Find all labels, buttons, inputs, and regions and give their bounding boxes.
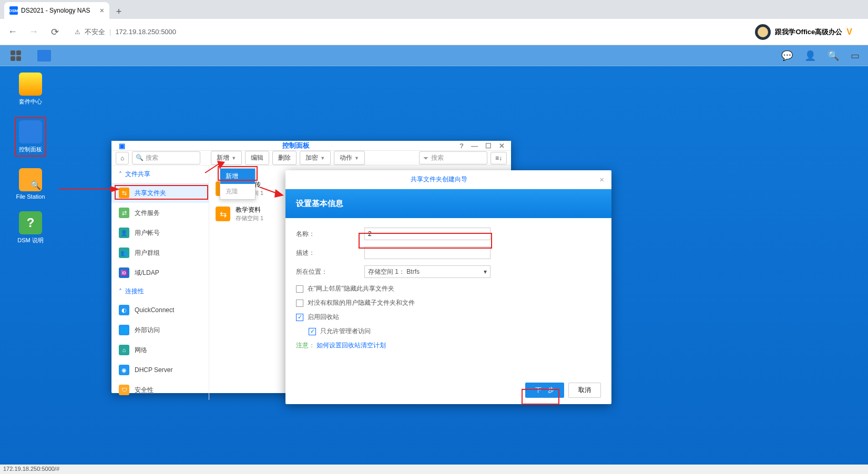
checkbox-hide-network[interactable]: 在"网上邻居"隐藏此共享文件夹 xyxy=(296,284,601,293)
wizard-close-button[interactable]: × xyxy=(592,175,611,184)
checkbox-label: 对没有权限的用户隐藏子文件夹和文件 xyxy=(308,298,415,307)
checkbox-hide-noperm[interactable]: 对没有权限的用户隐藏子文件夹和文件 xyxy=(296,298,601,307)
dropdown-item-clone[interactable]: 克隆 xyxy=(220,184,255,199)
sidebar-item-user[interactable]: 👤用户帐号 xyxy=(111,223,209,243)
browser-tab[interactable]: DSM DS2021 - Synology NAS × xyxy=(4,2,109,19)
checkbox-icon xyxy=(296,285,303,293)
shared-folder-icon: ⇆ xyxy=(119,188,129,198)
taskbar-app-icon[interactable] xyxy=(37,48,52,63)
create-folder-wizard: 共享文件夹创建向导 × 设置基本信息 名称： 描述： 所在位置： 存储空间 1：… xyxy=(285,170,611,404)
new-tab-button[interactable]: + xyxy=(111,4,126,19)
sidebar-item-shared-folder[interactable]: ⇆共享文件夹 xyxy=(111,183,209,203)
dropdown-item-create[interactable]: 新增 xyxy=(220,169,255,184)
sidebar-search-input[interactable]: 🔍 搜索 xyxy=(132,151,200,164)
create-button[interactable]: 新增 ▼ xyxy=(211,151,242,165)
maximize-button[interactable]: ☐ xyxy=(485,142,492,150)
external-icon: 🌐 xyxy=(119,325,129,335)
dsm-taskbar: 💬 👤 🔍 ▭ xyxy=(0,45,868,66)
desktop-icon-dsm-help[interactable]: ? DSM 说明 xyxy=(15,211,46,244)
checkbox-label: 在"网上邻居"隐藏此共享文件夹 xyxy=(308,284,394,293)
sidebar-item-external[interactable]: 🌐外部访问 xyxy=(111,320,209,340)
desktop-icon-control-panel[interactable]: 控制面板 xyxy=(15,117,46,157)
encrypt-button[interactable]: 加密 ▼ xyxy=(300,151,331,165)
address-bar[interactable]: ⚠ 不安全 | 172.19.18.250:5000 xyxy=(68,25,749,39)
minimize-button[interactable]: — xyxy=(471,142,478,150)
checkbox-icon xyxy=(296,300,303,307)
reload-button[interactable]: ⟳ xyxy=(47,26,62,38)
profile-name: 跟我学Office高级办公 xyxy=(775,27,842,37)
filter-input[interactable]: ⏷ 搜索 xyxy=(419,151,487,164)
delete-button[interactable]: 删除 xyxy=(272,151,297,165)
security-warn-text: 不安全 xyxy=(85,27,105,37)
checkbox-label: 启用回收站 xyxy=(308,313,339,322)
file-service-icon: ⇄ xyxy=(119,208,129,218)
create-dropdown: 新增 克隆 xyxy=(220,168,256,200)
tab-close-icon[interactable]: × xyxy=(100,6,104,15)
v-badge-icon: V xyxy=(846,27,852,37)
forward-button[interactable]: → xyxy=(26,26,41,37)
sidebar: ˄文件共享 ⇆共享文件夹 ⇄文件服务 👤用户帐号 👥用户群组 🆔域/LDAP ˄… xyxy=(111,166,209,400)
folder-desc-input[interactable] xyxy=(364,246,491,259)
label-location: 所在位置： xyxy=(296,267,364,276)
list-options-button[interactable]: ≡↓ xyxy=(491,152,507,164)
control-panel-icon xyxy=(19,120,42,143)
back-button[interactable]: ← xyxy=(5,26,20,37)
security-warn-icon: ⚠ xyxy=(75,28,80,36)
label-desc: 描述： xyxy=(296,249,364,257)
desktop-icon-package-center[interactable]: 套件中心 xyxy=(15,73,46,106)
sidebar-item-file-service[interactable]: ⇄文件服务 xyxy=(111,203,209,223)
cancel-button[interactable]: 取消 xyxy=(568,383,601,398)
sidebar-item-dhcp[interactable]: ◉DHCP Server xyxy=(111,360,209,380)
folder-name-input[interactable] xyxy=(364,228,491,240)
network-icon: ⌂ xyxy=(119,345,129,355)
control-panel-label: 控制面板 xyxy=(19,146,42,153)
help-button[interactable]: ? xyxy=(459,142,464,150)
chevron-down-icon: ▾ xyxy=(484,268,487,275)
close-button[interactable]: ✕ xyxy=(499,142,505,150)
package-center-icon xyxy=(19,73,42,96)
share-folder-icon: ⇆ xyxy=(216,207,230,221)
search-icon[interactable]: 🔍 xyxy=(828,50,839,61)
next-button[interactable]: 下一步 xyxy=(525,383,564,398)
dsm-help-label: DSM 说明 xyxy=(17,236,44,244)
window-title: 控制面板 xyxy=(132,141,459,150)
user-icon[interactable]: 👤 xyxy=(804,50,816,61)
desktop-icon-file-station[interactable]: 🔍 File Station xyxy=(15,168,46,200)
domain-icon: 🆔 xyxy=(119,267,129,278)
share-name: 教学资料 xyxy=(236,205,263,214)
wizard-header: 设置基本信息 xyxy=(285,189,611,218)
file-station-icon: 🔍 xyxy=(19,168,42,191)
sidebar-cat-connectivity[interactable]: ˄连接性 xyxy=(111,283,209,300)
checkbox-icon: ✓ xyxy=(296,314,303,321)
security-icon: 🛡 xyxy=(119,385,129,395)
checkbox-recycle[interactable]: ✓ 启用回收站 xyxy=(296,313,601,322)
profile-badge[interactable]: 跟我学Office高级办公V xyxy=(755,24,863,40)
checkbox-admin-only[interactable]: ✓ 只允许管理者访问 xyxy=(309,327,601,336)
pkg-center-label: 套件中心 xyxy=(19,98,42,106)
sidebar-cat-share[interactable]: ˄文件共享 xyxy=(111,166,209,183)
tab-title: DS2021 - Synology NAS xyxy=(21,7,90,14)
user-account-icon: 👤 xyxy=(119,228,129,238)
avatar-icon xyxy=(755,24,771,40)
sidebar-item-domain[interactable]: 🆔域/LDAP xyxy=(111,263,209,283)
location-select[interactable]: 存储空间 1： Btrfs▾ xyxy=(364,265,491,278)
edit-button[interactable]: 编辑 xyxy=(245,151,269,165)
label-name: 名称： xyxy=(296,230,364,239)
sidebar-item-quickconnect[interactable]: ◐QuickConnect xyxy=(111,300,209,320)
help-icon: ? xyxy=(19,211,42,234)
main-menu-button[interactable] xyxy=(8,48,23,63)
chat-icon[interactable]: 💬 xyxy=(781,50,793,61)
note-link[interactable]: 如何设置回收站清空计划 xyxy=(316,342,386,349)
file-station-label: File Station xyxy=(16,193,45,200)
sidebar-item-group[interactable]: 👥用户群组 xyxy=(111,243,209,263)
chevron-up-icon: ˄ xyxy=(119,171,122,178)
sidebar-item-security[interactable]: 🛡安全性 xyxy=(111,380,209,400)
quickconnect-icon: ◐ xyxy=(119,305,129,315)
sidebar-item-network[interactable]: ⌂网络 xyxy=(111,340,209,360)
url-text: 172.19.18.250:5000 xyxy=(115,28,176,36)
home-button[interactable]: ⌂ xyxy=(116,152,129,164)
widget-icon[interactable]: ▭ xyxy=(851,50,860,61)
browser-status-bar: 172.19.18.250:5000/# xyxy=(0,465,868,474)
share-sub: 存储空间 1 xyxy=(236,214,263,222)
action-button[interactable]: 动作 ▼ xyxy=(334,151,365,165)
